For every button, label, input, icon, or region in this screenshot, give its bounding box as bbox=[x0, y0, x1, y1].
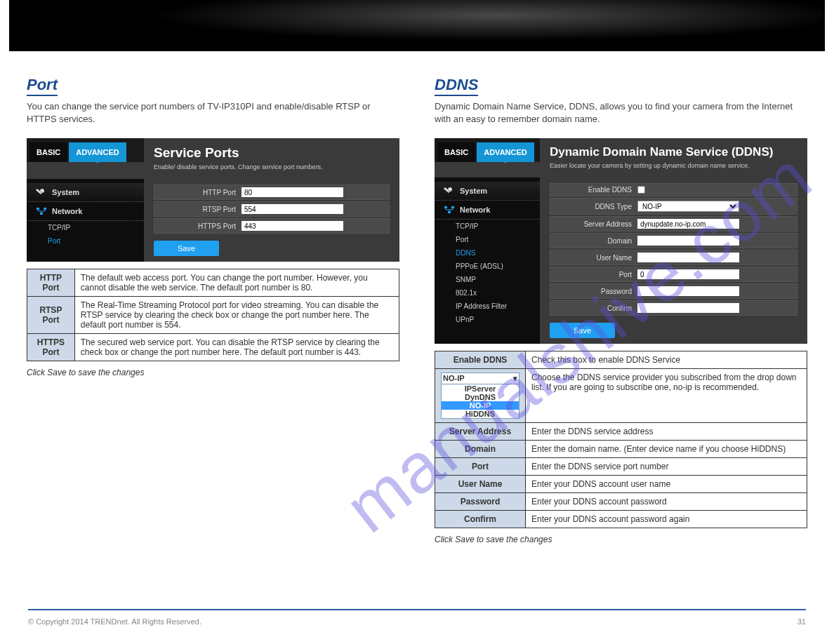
port-table: HTTP Port The default web access port. Y… bbox=[27, 269, 399, 361]
row-http-port: HTTP Port bbox=[154, 185, 390, 200]
cell-http-head: HTTP Port bbox=[27, 269, 75, 297]
cell-user-body: Enter your DDNS account user name bbox=[526, 476, 807, 493]
port-heading: Port bbox=[27, 76, 58, 96]
select-ddns-type[interactable]: NO-IP bbox=[637, 201, 739, 212]
tab-basic[interactable]: BASIC bbox=[29, 142, 67, 162]
sidebar-sub-port[interactable]: Port bbox=[27, 234, 144, 248]
left-column: Port You can change the service port num… bbox=[27, 76, 399, 553]
input-rtsp-port[interactable] bbox=[241, 204, 343, 214]
label-https-port: HTTPS Port bbox=[159, 222, 236, 230]
ddns-type-dropdown[interactable]: NO-IP▾ IPServer DynDNS NO-IP HiDDNS bbox=[441, 373, 519, 419]
panel-title: Service Ports bbox=[154, 145, 390, 161]
footer-copyright: © Copyright 2014 TRENDnet. All Rights Re… bbox=[28, 617, 201, 626]
dd-opt-noip[interactable]: NO-IP bbox=[442, 401, 519, 410]
svg-rect-5 bbox=[448, 211, 451, 213]
port-screenshot: BASIC ADVANCED Service Ports Enable/ dis… bbox=[27, 138, 399, 262]
network-icon bbox=[35, 206, 48, 216]
sidebar-item-system[interactable]: System bbox=[27, 183, 144, 202]
input-password[interactable] bbox=[637, 286, 739, 296]
sidebar-sub-ddns[interactable]: DDNS bbox=[435, 246, 540, 260]
ddns-screenshot: BASIC ADVANCED Dynamic Domain Name Servi… bbox=[435, 138, 807, 344]
tab-advanced-ddns[interactable]: ADVANCED bbox=[477, 142, 534, 162]
input-http-port[interactable] bbox=[241, 187, 343, 197]
input-server-address[interactable] bbox=[637, 219, 739, 229]
sidebar-sub-snmp[interactable]: SNMP bbox=[435, 273, 540, 286]
tab-basic-ddns[interactable]: BASIC bbox=[437, 142, 475, 162]
row-rtsp-port: RTSP Port bbox=[154, 201, 390, 217]
sidebar-label-system-ddns: System bbox=[460, 187, 487, 195]
chevron-down-icon: ▾ bbox=[513, 374, 517, 383]
cell-port-head: Port bbox=[435, 458, 526, 476]
save-note-left: Click Save to save the changes bbox=[27, 367, 399, 379]
label-server-address: Server Address bbox=[555, 220, 632, 228]
dd-opt-hiddns[interactable]: HiDDNS bbox=[442, 410, 519, 418]
dd-opt-ipserver[interactable]: IPServer bbox=[442, 384, 519, 393]
save-button[interactable]: Save bbox=[154, 241, 219, 256]
dd-opt-dyndns[interactable]: DynDNS bbox=[442, 393, 519, 401]
ddns-subtext: Dynamic Domain Name Service, DDNS, allow… bbox=[435, 100, 807, 126]
input-user-name[interactable] bbox=[637, 253, 739, 262]
svg-rect-1 bbox=[44, 208, 46, 210]
sidebar-label-network: Network bbox=[52, 207, 82, 215]
cell-rtsp-body: The Real-Time Streaming Protocol port fo… bbox=[74, 297, 399, 334]
svg-rect-2 bbox=[40, 213, 43, 215]
port-subtext: You can change the service port numbers … bbox=[27, 100, 399, 126]
cell-https-body: The secured web service port. You can di… bbox=[74, 334, 399, 361]
sidebar-sub-pppoe[interactable]: PPPoE (ADSL) bbox=[435, 260, 540, 273]
label-user-name: User Name bbox=[555, 254, 632, 262]
ddns-panel-subtitle: Easier locate your camera by setting up … bbox=[550, 162, 797, 169]
input-https-port[interactable] bbox=[241, 221, 343, 231]
cell-confirm-body: Enter your DDNS account password again bbox=[526, 511, 807, 528]
ddns-heading: DDNS bbox=[435, 76, 478, 96]
cell-confirm-head: Confirm bbox=[435, 511, 526, 528]
label-http-port: HTTP Port bbox=[159, 189, 236, 196]
sidebar-sub-ipfilter[interactable]: IP Address Filter bbox=[435, 300, 540, 313]
cell-https-head: HTTPS Port bbox=[27, 334, 75, 361]
sidebar-sub-port-ddns[interactable]: Port bbox=[435, 233, 540, 246]
svg-rect-4 bbox=[451, 206, 454, 208]
row-https-port: HTTPS Port bbox=[154, 218, 390, 234]
sidebar-sub-8021x[interactable]: 802.1x bbox=[435, 286, 540, 300]
footer-divider bbox=[28, 609, 806, 610]
header-banner bbox=[9, 0, 825, 51]
tab-advanced[interactable]: ADVANCED bbox=[69, 142, 126, 162]
sidebar-item-network[interactable]: Network bbox=[27, 202, 144, 221]
svg-rect-0 bbox=[37, 208, 39, 210]
sidebar-sub-tcpip[interactable]: TCP/IP bbox=[27, 221, 144, 234]
page-number: 31 bbox=[797, 617, 806, 626]
panel-subtitle: Enable/ disable service ports. Change se… bbox=[154, 163, 390, 170]
ddns-table: Enable DDNS Check this box to enable DDN… bbox=[435, 351, 807, 528]
network-icon bbox=[443, 205, 456, 215]
sidebar-sub-tcpip-ddns[interactable]: TCP/IP bbox=[435, 220, 540, 233]
sidebar-item-network-ddns[interactable]: Network bbox=[435, 201, 540, 220]
label-confirm: Confirm bbox=[555, 304, 632, 312]
cell-user-head: User Name bbox=[435, 476, 526, 493]
save-note-right: Click Save to save the changes bbox=[435, 534, 807, 546]
cell-enable-body: Check this box to enable DDNS Service bbox=[526, 351, 807, 369]
checkbox-enable-ddns[interactable] bbox=[637, 186, 645, 194]
cell-server-head: Server Address bbox=[435, 423, 526, 441]
input-domain[interactable] bbox=[637, 236, 739, 246]
sidebar-item-system-ddns[interactable]: System bbox=[435, 182, 540, 201]
right-column: DDNS Dynamic Domain Name Service, DDNS, … bbox=[435, 76, 807, 553]
cell-enable-head: Enable DDNS bbox=[435, 351, 526, 369]
cell-type-body: Choose the DDNS service provider you sub… bbox=[526, 369, 807, 423]
label-enable-ddns: Enable DDNS bbox=[555, 186, 632, 194]
cell-http-body: The default web access port. You can cha… bbox=[74, 269, 399, 297]
sidebar-sub-upnp[interactable]: UPnP bbox=[435, 313, 540, 326]
cell-rtsp-head: RTSP Port bbox=[27, 297, 75, 334]
cell-pass-body: Enter your DDNS account password bbox=[526, 493, 807, 511]
input-confirm[interactable] bbox=[637, 303, 739, 313]
ddns-panel-title: Dynamic Domain Name Service (DDNS) bbox=[550, 145, 797, 159]
cell-port-body: Enter the DDNS service port number bbox=[526, 458, 807, 476]
label-domain: Domain bbox=[555, 237, 632, 245]
cell-type-dropdown: NO-IP▾ IPServer DynDNS NO-IP HiDDNS bbox=[435, 369, 526, 423]
tool-icon bbox=[35, 187, 48, 197]
sidebar-label-network-ddns: Network bbox=[460, 206, 490, 214]
cell-server-body: Enter the DDNS service address bbox=[526, 423, 807, 441]
input-ddns-port[interactable] bbox=[637, 269, 739, 279]
label-ddns-port: Port bbox=[555, 271, 632, 279]
label-password: Password bbox=[555, 288, 632, 295]
save-button-ddns[interactable]: Save bbox=[550, 323, 615, 338]
cell-pass-head: Password bbox=[435, 493, 526, 511]
